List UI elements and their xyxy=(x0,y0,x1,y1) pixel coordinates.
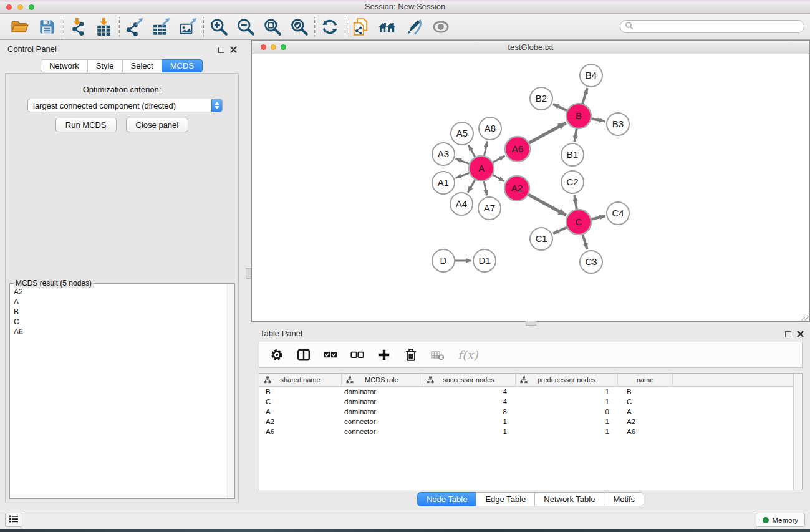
zoom-selected-icon[interactable] xyxy=(290,17,309,36)
column-header-shared-name[interactable]: shared name xyxy=(259,374,342,386)
node-C3[interactable]: C3 xyxy=(580,251,602,273)
column-header-name[interactable]: name xyxy=(618,374,673,386)
table-cell: 1 xyxy=(422,427,516,437)
run-mcds-button[interactable]: Run MCDS xyxy=(55,118,117,132)
import-table-icon[interactable] xyxy=(95,17,113,36)
window-titlebar: Session: New Session xyxy=(0,0,810,14)
refresh-icon[interactable] xyxy=(321,17,339,36)
table-cell: A6 xyxy=(618,427,673,437)
node-C[interactable]: C xyxy=(566,210,591,235)
zoom-in-icon[interactable] xyxy=(210,17,228,36)
search-input[interactable] xyxy=(620,20,804,33)
control-panel: Control Panel NetworkStyleSelectMCDS Opt… xyxy=(0,40,243,506)
node-A[interactable]: A xyxy=(469,156,494,181)
tab-network[interactable]: Network xyxy=(41,59,87,72)
column-header-successor-nodes[interactable]: successor nodes xyxy=(422,374,516,386)
result-list-item[interactable]: C xyxy=(11,317,225,327)
result-list-item[interactable]: A xyxy=(11,297,225,307)
memory-button[interactable]: Memory xyxy=(756,513,805,527)
close-panel-button[interactable]: Close panel xyxy=(126,118,189,132)
node-A5[interactable]: A5 xyxy=(451,122,473,145)
tab-motifs[interactable]: Motifs xyxy=(604,492,644,506)
deselect-all-icon[interactable] xyxy=(350,348,364,362)
column-selector-icon[interactable] xyxy=(297,348,311,362)
table-row[interactable]: Adominator80A xyxy=(259,407,802,417)
node-A7[interactable]: A7 xyxy=(478,197,501,220)
node-table[interactable]: shared nameMCDS rolesuccessor nodesprede… xyxy=(259,373,803,490)
tab-select[interactable]: Select xyxy=(122,59,162,72)
node-A2[interactable]: A2 xyxy=(504,176,529,201)
node-A8[interactable]: A8 xyxy=(479,117,501,140)
column-header-predecessor-nodes[interactable]: predecessor nodes xyxy=(516,374,618,386)
vertical-split-grip[interactable] xyxy=(246,268,251,279)
zoom-out-icon[interactable] xyxy=(236,17,255,36)
document-share-icon[interactable] xyxy=(351,17,370,36)
add-column-icon[interactable] xyxy=(377,348,391,362)
network-canvas[interactable]: B4B2BB3A8A5A6B1A3AC2A1A2A4A7C4CC1C3DD1 xyxy=(252,54,809,321)
settings-gear-icon[interactable] xyxy=(270,348,284,362)
network-window-titlebar: testGlobe.txt xyxy=(252,41,809,54)
result-list-item[interactable]: A6 xyxy=(11,327,225,337)
table-header-row: shared nameMCDS rolesuccessor nodesprede… xyxy=(259,374,802,387)
table-row[interactable]: A2connector11A2 xyxy=(259,417,802,427)
table-row[interactable]: Bdominator41B xyxy=(259,387,802,397)
window-resize-grip[interactable] xyxy=(801,313,809,321)
tab-mcds[interactable]: MCDS xyxy=(162,59,203,72)
search-field[interactable] xyxy=(634,22,804,32)
node-B[interactable]: B xyxy=(566,104,591,128)
node-C4[interactable]: C4 xyxy=(607,202,629,225)
optimization-criterion-dropdown[interactable]: largest connected component (directed) xyxy=(27,99,223,112)
close-panel-icon[interactable] xyxy=(230,44,237,56)
import-network-icon[interactable] xyxy=(68,17,87,36)
table-row[interactable]: Cdominator41C xyxy=(259,397,802,407)
task-history-button[interactable] xyxy=(5,513,22,527)
tab-node-table[interactable]: Node Table xyxy=(417,492,476,506)
node-A1[interactable]: A1 xyxy=(432,172,455,194)
zoom-fit-icon[interactable] xyxy=(263,17,282,36)
result-list-item[interactable]: B xyxy=(11,307,225,317)
node-A3[interactable]: A3 xyxy=(432,143,455,165)
tab-edge-table[interactable]: Edge Table xyxy=(476,492,534,506)
node-A6[interactable]: A6 xyxy=(505,137,530,162)
pen-slash-icon[interactable] xyxy=(405,17,423,36)
column-header-MCDS-role[interactable]: MCDS role xyxy=(342,374,422,386)
table-row[interactable]: A6connector11A6 xyxy=(259,427,802,437)
export-table-icon[interactable] xyxy=(152,17,171,36)
task-list-icon xyxy=(8,513,19,527)
table-cell: 1 xyxy=(516,427,618,437)
node-D1[interactable]: D1 xyxy=(473,249,496,272)
node-B4[interactable]: B4 xyxy=(580,64,602,87)
node-D[interactable]: D xyxy=(432,249,455,272)
open-file-icon[interactable] xyxy=(11,17,29,36)
double-home-icon[interactable] xyxy=(378,17,397,36)
column-type-icon xyxy=(264,376,271,385)
horizontal-split-grip[interactable] xyxy=(526,321,536,326)
export-image-icon[interactable] xyxy=(179,17,198,36)
node-C1[interactable]: C1 xyxy=(530,228,552,250)
node-A4[interactable]: A4 xyxy=(450,193,473,215)
mcds-result-list[interactable]: A2ABCA6 xyxy=(11,287,225,498)
node-B3[interactable]: B3 xyxy=(607,113,629,135)
table-scrollbar[interactable] xyxy=(793,374,802,490)
save-session-icon[interactable] xyxy=(37,17,56,36)
result-scrollbar[interactable] xyxy=(226,284,234,498)
desktop-background-strip xyxy=(0,529,810,532)
function-builder-icon: f(x) xyxy=(458,348,478,362)
float-table-panel-icon[interactable] xyxy=(785,331,791,337)
node-B1[interactable]: B1 xyxy=(561,143,584,166)
table-cell: connector xyxy=(342,427,422,437)
tab-style[interactable]: Style xyxy=(87,59,122,72)
result-list-item[interactable]: A2 xyxy=(11,287,225,297)
eye-icon[interactable] xyxy=(432,17,450,36)
export-network-icon[interactable] xyxy=(125,17,144,36)
float-panel-icon[interactable] xyxy=(218,47,224,53)
node-B2[interactable]: B2 xyxy=(530,87,552,110)
close-table-panel-icon[interactable] xyxy=(797,329,804,340)
table-cell: 4 xyxy=(422,387,516,397)
table-cell: B xyxy=(259,387,342,397)
select-all-icon[interactable] xyxy=(324,348,337,362)
tab-network-table[interactable]: Network Table xyxy=(534,492,604,506)
node-C2[interactable]: C2 xyxy=(561,171,584,193)
table-cell: A2 xyxy=(259,417,342,427)
delete-column-icon[interactable] xyxy=(404,348,418,362)
